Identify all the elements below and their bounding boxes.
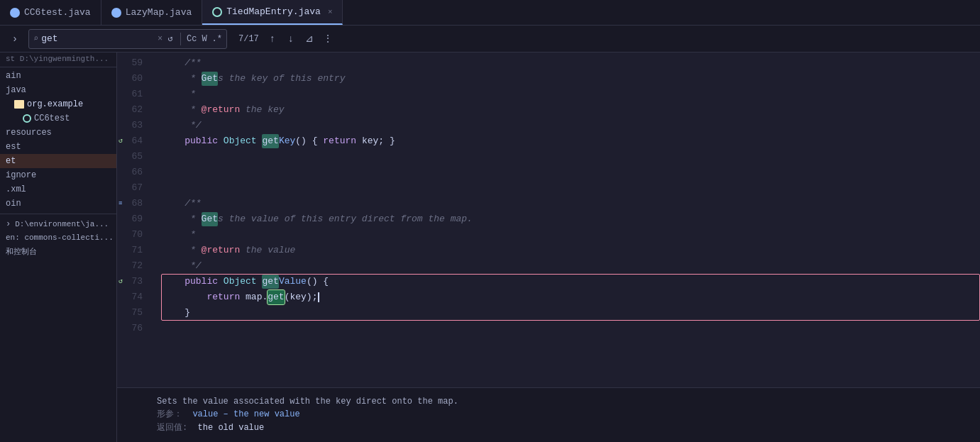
search-case-button[interactable]: Cc [187, 31, 197, 47]
line-num-70: 70 [117, 227, 151, 243]
tab-cc6test[interactable]: CC6test.java [0, 0, 101, 25]
line-num-59: 59 [117, 55, 151, 71]
tab-icon-lazymap [111, 8, 121, 18]
code-line-74: return map.get(key); [163, 289, 980, 305]
search-input[interactable] [41, 33, 155, 44]
sidebar-item-et[interactable]: et [0, 154, 116, 168]
search-prev-button[interactable]: ↑ [265, 31, 280, 47]
sidebar-expand-icon: › [6, 219, 11, 229]
tab-label-lazymap: LazyMap.java [126, 7, 192, 18]
sidebar-item-xml-label: .xml [6, 184, 26, 194]
match-get-73: get [262, 275, 278, 289]
sidebar-item-environment[interactable]: › D:\environment\ja... [0, 217, 116, 231]
sidebar-item-ignore[interactable]: ignore [0, 168, 116, 182]
sidebar-item-environment-label: D:\environment\ja... [15, 220, 109, 228]
sidebar-item-cc6test[interactable]: CC6test [0, 111, 116, 126]
sidebar-item-oin-label: oin [6, 199, 21, 209]
tab-lazymap[interactable]: LazyMap.java [101, 0, 203, 25]
code-line-62: * @return the key [163, 102, 980, 118]
line-num-76: 76 [117, 321, 151, 336]
tab-bar: CC6test.java LazyMap.java TiedMapEntry.j… [0, 0, 980, 26]
code-line-68: /** [163, 196, 980, 211]
tab-icon-tiedmapentry [212, 7, 222, 17]
sidebar-item-console[interactable]: 和控制台 [0, 244, 116, 259]
doc-param: 形参： value – the new value [157, 408, 966, 420]
tab-icon-cc6test [10, 8, 20, 18]
line-num-66: 66 [117, 165, 151, 180]
code-line-72: */ [163, 258, 980, 274]
search-icon: ⌕ [33, 33, 38, 44]
code-line-59: /** [163, 55, 980, 71]
doc-param-label: 形参： [157, 409, 182, 419]
search-expand-button[interactable]: › [7, 31, 23, 47]
tab-tiedmapentry[interactable]: TiedMapEntry.java × [202, 0, 343, 25]
search-input-wrapper: ⌕ × ↺ Cc W .* [28, 29, 227, 49]
sidebar-item-resources[interactable]: resources [0, 126, 116, 140]
search-bar: › ⌕ × ↺ Cc W .* 7/17 ↑ ↓ ⊿ ⋮ [0, 26, 980, 53]
sidebar-item-org-example-label: org.example [27, 99, 83, 109]
doc-panel: Sets the value associated with the key d… [117, 387, 980, 442]
search-more-button[interactable]: ⋮ [320, 31, 336, 47]
search-back-button[interactable]: ↺ [165, 31, 175, 47]
code-line-65 [163, 149, 980, 165]
match-get-69: Get [202, 212, 218, 227]
code-line-61: * [163, 87, 980, 102]
sidebar-breadcrumb-text: st D:\yingwenmingth... [6, 55, 109, 63]
doc-return: 返回值: the old value [157, 421, 966, 433]
code-lines: /** * Gets the key of this entry * * @re… [151, 53, 980, 387]
code-line-76 [163, 321, 980, 336]
doc-description: Sets the value associated with the key d… [157, 397, 966, 407]
line-num-60: 60 [117, 71, 151, 87]
line-num-68: ≡ 68 [117, 196, 151, 211]
sidebar-item-commons[interactable]: en: commons-collecti... [0, 231, 116, 244]
main-content: st D:\yingwenmingth... ain java org.exam… [0, 53, 980, 442]
sidebar: st D:\yingwenmingth... ain java org.exam… [0, 53, 117, 442]
code-line-63: */ [163, 118, 980, 133]
search-regex-button[interactable]: .* [212, 31, 222, 47]
match-get-60: Get [202, 72, 218, 87]
code-line-60: * Gets the key of this entry [163, 71, 980, 87]
tab-label-cc6test: CC6test.java [24, 7, 91, 18]
code-line-73: public Object getValue() { [163, 274, 980, 289]
code-content[interactable]: 59 60 61 62 63 ↺ 64 65 66 67 ≡ 68 69 70 … [117, 53, 980, 387]
code-line-64: public Object getKey() { return key; } [163, 133, 980, 149]
search-next-button[interactable]: ↓ [283, 31, 299, 47]
sidebar-item-java-label: java [6, 85, 26, 95]
code-line-70: * [163, 227, 980, 243]
sidebar-item-est-label: est [6, 142, 21, 152]
line-num-61: 61 [117, 87, 151, 102]
line-numbers: 59 60 61 62 63 ↺ 64 65 66 67 ≡ 68 69 70 … [117, 53, 151, 387]
sidebar-item-oin[interactable]: oin [0, 197, 116, 211]
doc-return-value [192, 423, 197, 433]
line-num-67: 67 [117, 180, 151, 196]
sidebar-item-console-label: 和控制台 [6, 246, 37, 257]
sidebar-item-org-example[interactable]: org.example [0, 97, 116, 111]
line-num-64: ↺ 64 [117, 133, 151, 149]
red-box-region: public Object getValue() { return map.ge… [163, 274, 980, 321]
line-num-71: 71 [117, 243, 151, 258]
gutter-icon-73: ↺ [119, 276, 123, 287]
doc-return-label: 返回值: [157, 423, 187, 433]
search-filter-button[interactable]: ⊿ [302, 31, 317, 47]
search-separator [180, 33, 181, 45]
code-line-75: } [163, 305, 980, 321]
search-word-button[interactable]: W [199, 31, 209, 47]
doc-param-value-text: value – the new value [192, 409, 299, 419]
search-clear-button[interactable]: × [158, 34, 163, 44]
sidebar-item-et-label: et [6, 156, 16, 166]
line-num-69: 69 [117, 211, 151, 227]
code-line-67 [163, 180, 980, 196]
folder-icon [14, 100, 24, 109]
sidebar-item-ignore-label: ignore [6, 170, 36, 180]
sidebar-item-ain-label: ain [6, 71, 21, 81]
match-get-74-current: get [268, 290, 284, 305]
tab-close-tiedmapentry[interactable]: × [328, 8, 333, 16]
sidebar-item-java[interactable]: java [0, 83, 116, 97]
sidebar-item-est[interactable]: est [0, 140, 116, 154]
sidebar-item-ain[interactable]: ain [0, 69, 116, 83]
line-num-75: 75 [117, 305, 151, 321]
sidebar-item-xml[interactable]: .xml [0, 182, 116, 197]
doc-return-value-text: the old value [198, 423, 265, 433]
line-num-74: 74 [117, 289, 151, 305]
line-num-63: 63 [117, 118, 151, 133]
